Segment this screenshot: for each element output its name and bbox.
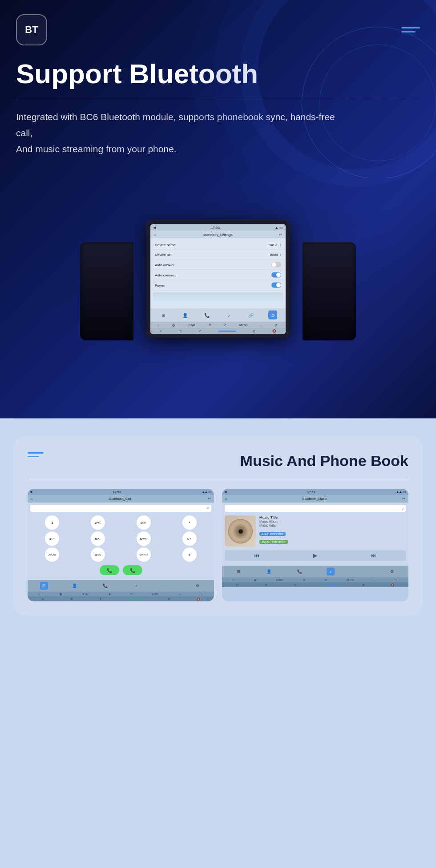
call-search-bar[interactable]: ✕ <box>30 505 211 512</box>
dial-7[interactable]: 7PQRS <box>45 548 59 562</box>
ctrl-dual[interactable]: DUAL <box>188 323 196 326</box>
music-ctrl-0b[interactable]: 0 <box>363 584 364 586</box>
music-ctrl-recycle[interactable]: ⟳ <box>325 578 327 581</box>
dial-8[interactable]: 8TUV <box>91 548 105 562</box>
ctrl-slider[interactable] <box>218 330 236 332</box>
music-ctrl-vol[interactable]: 🔊 <box>395 578 398 581</box>
music-ctrl-fan[interactable]: ~ <box>373 579 375 581</box>
dial-hash[interactable]: # <box>182 548 197 562</box>
phone-icon[interactable]: 📞 <box>202 311 211 320</box>
link-icon[interactable]: 🔗 <box>246 311 255 320</box>
call-link-icon[interactable]: 🔗 <box>163 582 171 590</box>
call-ctrl-deg[interactable]: ↗ <box>99 597 101 600</box>
music-ctrl-slider[interactable] <box>323 584 336 585</box>
ctrl-recycle[interactable]: ⟳ <box>224 323 226 327</box>
ctrl-0[interactable]: 0 <box>180 329 182 333</box>
music-ctrl-power[interactable]: ⏻ <box>254 579 257 581</box>
auto-connect-row[interactable]: Auto connect <box>150 270 286 280</box>
music-ctrl-back[interactable]: ↩ <box>236 583 238 586</box>
music-grid-icon[interactable]: ⊞ <box>234 568 242 576</box>
call-ctrl-home[interactable]: ⌂ <box>38 593 40 596</box>
ctrl-back[interactable]: ↩ <box>160 329 162 333</box>
call-redial-button[interactable]: 📞 <box>123 565 142 575</box>
ctrl-vol[interactable]: 🔊 <box>275 323 279 327</box>
call-back-btn[interactable]: ◀ <box>30 490 32 494</box>
music-link-icon[interactable]: 🔗 <box>357 568 365 576</box>
music-ctrl-deg[interactable]: ↗ <box>294 583 296 586</box>
music-ctrl-home[interactable]: ⌂ <box>233 579 234 581</box>
music-phone-icon[interactable]: 📞 <box>296 568 304 576</box>
music-search-bar[interactable]: ♪ <box>225 505 406 512</box>
music-play-button[interactable]: ▶ <box>313 552 317 559</box>
music-icon[interactable]: ♪ <box>225 311 234 320</box>
music-note-icon-active[interactable]: ♪ <box>327 568 335 576</box>
music-ctrl-dual[interactable]: DUAL <box>276 579 283 581</box>
music-ctrl-auto[interactable]: AUTO <box>347 579 354 581</box>
call-music-icon[interactable]: ♪ <box>132 582 140 590</box>
dial-9[interactable]: 9WXYZ <box>137 548 151 562</box>
bottom-hamburger[interactable] <box>28 452 44 457</box>
screen-back-icon[interactable]: ↩ <box>279 233 282 237</box>
call-ctrl-0[interactable]: 0 <box>71 598 72 600</box>
settings-icon-active[interactable]: ⚙ <box>268 311 277 320</box>
power-row[interactable]: Power <box>150 280 286 291</box>
dial-star[interactable]: * <box>182 515 197 530</box>
auto-connect-toggle[interactable] <box>271 272 281 278</box>
music-next-button[interactable]: ⏭ <box>371 552 376 559</box>
call-ctrl-0b[interactable]: 0 <box>168 598 170 600</box>
music-person-icon[interactable]: 👤 <box>265 568 273 576</box>
ctrl-fan[interactable]: ~ <box>260 323 262 326</box>
dial-1[interactable]: 1 <box>45 515 59 530</box>
call-ctrl-power[interactable]: ⏻ <box>60 593 62 596</box>
device-pin-row[interactable]: Device pin 0000 › <box>150 250 286 260</box>
dial-4[interactable]: 4GHI <box>45 531 59 546</box>
call-ctrl-auto[interactable]: AUTO <box>152 593 160 596</box>
dial-5[interactable]: 5JKL <box>91 531 105 546</box>
ctrl-mute[interactable]: 🔇 <box>272 329 276 333</box>
call-answer-button[interactable]: 📞 <box>100 565 119 575</box>
music-ctrl-mute[interactable]: 🔇 <box>391 583 394 586</box>
screen-back-btn[interactable]: ◀ <box>153 226 156 230</box>
hamburger-menu[interactable] <box>401 27 420 32</box>
music-settings-icon[interactable]: ⚙ <box>388 568 396 576</box>
ctrl-0b[interactable]: 0 <box>253 329 255 333</box>
person-icon[interactable]: 👤 <box>181 311 190 320</box>
power-toggle[interactable] <box>271 283 281 288</box>
dial-0[interactable]: 0+ <box>182 531 197 546</box>
screen-bottom-icons: ⊞ 👤 📞 ♪ 🔗 ⚙ <box>150 308 286 322</box>
call-grid-icon[interactable]: ⊞ <box>40 582 48 590</box>
ctrl-snow[interactable]: ❄ <box>209 323 211 327</box>
call-phone-icon[interactable]: 📞 <box>101 582 109 590</box>
grid-icon[interactable]: ⊞ <box>159 311 168 320</box>
music-ctrl-snow[interactable]: ❄ <box>303 578 305 581</box>
call-settings-icon[interactable]: ⚙ <box>194 582 202 590</box>
dial-2[interactable]: 2ABC <box>91 515 105 530</box>
music-back-btn[interactable]: ◀ <box>224 490 226 494</box>
auto-answer-row[interactable]: Auto answer <box>150 260 286 270</box>
call-ctrl-slider[interactable] <box>128 599 141 600</box>
music-back-icon[interactable]: ↩ <box>402 497 405 501</box>
device-name-row[interactable]: Device name CarBT › <box>150 240 286 250</box>
call-ctrl-vol[interactable]: 🔊 <box>200 592 203 596</box>
call-home-icon[interactable]: ⌂ <box>31 497 33 501</box>
ctrl-power[interactable]: ⏻ <box>172 323 175 326</box>
call-ctrl-back[interactable]: ↩ <box>42 597 44 600</box>
ctrl-auto[interactable]: AUTO <box>239 323 247 326</box>
dial-3[interactable]: 3DEF <box>137 515 151 530</box>
auto-answer-toggle[interactable] <box>271 262 281 268</box>
call-clear-icon[interactable]: ✕ <box>206 506 210 511</box>
screen-home-icon[interactable]: ⌂ <box>154 233 156 237</box>
music-prev-button[interactable]: ⏮ <box>254 552 259 559</box>
call-ctrl-fan[interactable]: ~ <box>179 593 181 596</box>
music-home-icon[interactable]: ⌂ <box>225 497 227 501</box>
music-ctrl-0[interactable]: 0 <box>265 584 266 586</box>
ctrl-home[interactable]: ⌂ <box>157 323 159 326</box>
call-person-icon[interactable]: 👤 <box>71 582 79 590</box>
call-back-icon[interactable]: ↩ <box>208 497 211 501</box>
call-ctrl-snow[interactable]: ❄ <box>109 592 111 596</box>
dial-6[interactable]: 6MNO <box>137 531 151 546</box>
call-ctrl-mute[interactable]: 🔇 <box>197 597 200 600</box>
call-ctrl-dual[interactable]: DUAL <box>82 593 89 596</box>
ctrl-deg[interactable]: ↗ <box>198 329 201 333</box>
call-ctrl-recycle[interactable]: ⟳ <box>130 592 133 596</box>
